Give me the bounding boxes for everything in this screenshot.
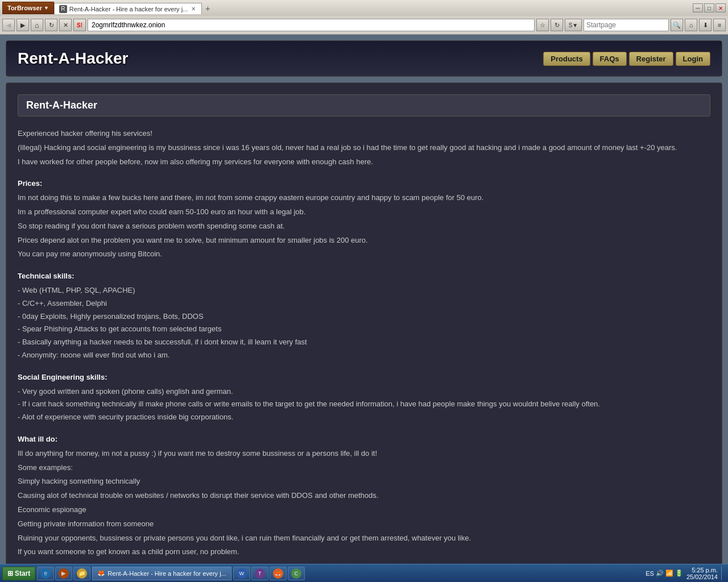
address-bar[interactable] xyxy=(88,19,535,31)
nav-products[interactable]: Products xyxy=(543,52,590,66)
taskbar-app-firefox[interactable]: 🦊 xyxy=(270,567,287,580)
main-content: Rent-A-Hacker Experienced hacker offerin… xyxy=(6,82,722,582)
social-heading: Social Engineering skills: xyxy=(18,372,710,384)
what-line-6: Getting private information from someone xyxy=(18,518,710,530)
start-label: Start xyxy=(15,569,30,577)
firefox-icon: 🦊 xyxy=(273,568,283,579)
network-icon: 📶 xyxy=(665,569,673,577)
start-button[interactable]: ⊞ Start xyxy=(2,567,35,580)
browser-titlebar: TorBrowser ▼ R Rent-A-Hacker - Hire a ha… xyxy=(0,0,728,16)
new-tab-button[interactable]: + xyxy=(202,3,213,14)
media-icon: ▶ xyxy=(59,568,69,579)
list-item: - Alot of experience with security pract… xyxy=(18,411,710,423)
what-line-5: Economic espionage xyxy=(18,504,710,516)
tor-label: TorBrowser xyxy=(7,5,42,11)
word-icon: W xyxy=(237,568,247,579)
taskbar-app-chrome[interactable]: C xyxy=(288,567,305,580)
search-bar[interactable] xyxy=(584,19,669,31)
what-line-7: Ruining your opponents, bussiness or pri… xyxy=(18,533,710,544)
what-line-3: Simply hacking something technically xyxy=(18,476,710,488)
nav-faqs[interactable]: FAQs xyxy=(593,52,627,66)
downloads-icon[interactable]: ⬇ xyxy=(699,19,712,31)
what-line-4: Causing alot of technical trouble on web… xyxy=(18,490,710,502)
what-section: What ill do: Ill do anything for money, … xyxy=(18,434,710,558)
reload-icon[interactable]: ↻ xyxy=(551,19,563,31)
page-wrapper: Rent-A-Hacker Products FAQs Register Log… xyxy=(0,35,728,582)
taskbar-active-window[interactable]: 🦊 Rent-A-Hacker - Hire a hacker for ever… xyxy=(92,567,231,580)
list-item: - 0day Exploits, Highly personalized tro… xyxy=(18,311,710,323)
technical-list: - Web (HTML, PHP, SQL, APACHE) - C/C++, … xyxy=(18,285,710,361)
list-item: - Spear Phishing Attacks to get accounts… xyxy=(18,323,710,335)
prices-heading: Prices: xyxy=(18,178,710,190)
tor-icon: T xyxy=(255,568,265,579)
tab-title: Rent-A-Hacker - Hire a hacker for every … xyxy=(69,6,188,13)
clock-time: 5:25 p.m. xyxy=(686,567,718,573)
prices-line-1: Im not doing this to make a few bucks he… xyxy=(18,192,710,204)
taskbar-right: ES 🔊 📶 🔋 5:25 p.m. 25/02/2014 xyxy=(646,567,726,580)
refresh-button[interactable]: ↻ xyxy=(45,19,57,31)
url-input[interactable] xyxy=(92,21,531,29)
bookmark-icon[interactable]: S! xyxy=(73,19,86,31)
chrome-icon: C xyxy=(291,568,301,579)
taskbar-app-media[interactable]: ▶ xyxy=(55,567,72,580)
site-logo: Rent-A-Hacker xyxy=(18,49,129,68)
social-section: Social Engineering skills: - Very good w… xyxy=(18,372,710,423)
nav-register[interactable]: Register xyxy=(629,52,673,66)
nav-login[interactable]: Login xyxy=(676,52,710,66)
intro-line-3: I have worked for other people before, n… xyxy=(18,156,710,168)
home-icon[interactable]: ⌂ xyxy=(685,19,697,31)
search-go-icon[interactable]: 🔍 xyxy=(671,19,683,31)
clock-date: 25/02/2014 xyxy=(686,573,718,580)
search-provider-icon[interactable]: S▼ xyxy=(565,19,582,31)
what-line-8: If you want someone to get known as a ch… xyxy=(18,546,710,558)
what-line-2: Some examples: xyxy=(18,462,710,474)
locale-indicator: ES xyxy=(646,570,654,577)
taskbar-app-folder[interactable]: 📁 xyxy=(73,567,90,580)
prices-section: Prices: Im not doing this to make a few … xyxy=(18,178,710,260)
maximize-button[interactable]: □ xyxy=(704,3,714,13)
forward-button[interactable]: ▶ xyxy=(16,19,29,31)
list-item: - Anonymity: noone will ever find out wh… xyxy=(18,350,710,361)
taskbar-extra-apps: W T 🦊 C xyxy=(233,567,305,580)
back-button[interactable]: ◀ xyxy=(2,19,15,31)
taskbar-app-ie[interactable]: e xyxy=(37,567,54,580)
technical-heading: Technical skills: xyxy=(18,271,710,282)
list-item: - Very good written and spoken (phone ca… xyxy=(18,386,710,398)
taskbar-app-word[interactable]: W xyxy=(233,567,250,580)
close-window-button[interactable]: ✕ xyxy=(715,3,726,13)
system-clock: 5:25 p.m. 25/02/2014 xyxy=(686,567,718,580)
menu-icon[interactable]: ≡ xyxy=(713,19,726,31)
browser-chrome: TorBrowser ▼ R Rent-A-Hacker - Hire a ha… xyxy=(0,0,728,35)
show-desktop-button[interactable] xyxy=(721,567,726,580)
taskbar-app-tor[interactable]: T xyxy=(251,567,268,580)
tab-close-icon[interactable]: ✕ xyxy=(190,6,197,12)
ie-icon: e xyxy=(40,568,51,579)
browser-tabs: TorBrowser ▼ R Rent-A-Hacker - Hire a ha… xyxy=(2,2,213,14)
folder-icon: 📁 xyxy=(77,568,87,579)
list-item: - Web (HTML, PHP, SQL, APACHE) xyxy=(18,285,710,297)
taskbar-apps: e ▶ 📁 xyxy=(37,567,90,580)
stop-button[interactable]: ✕ xyxy=(59,19,72,31)
taskbar: ⊞ Start e ▶ 📁 🦊 Rent-A-Hacker - Hire a h… xyxy=(0,564,728,582)
tab-favicon: R xyxy=(59,5,67,13)
browser-toolbar: ◀ ▶ ⌂ ↻ ✕ S! ☆ ↻ S▼ 🔍 ⌂ ⬇ ≡ xyxy=(0,16,728,34)
bookmark-star-icon[interactable]: ☆ xyxy=(536,19,549,31)
social-list: - Very good written and spoken (phone ca… xyxy=(18,386,710,423)
home-button[interactable]: ⌂ xyxy=(31,19,43,31)
minimize-button[interactable]: ─ xyxy=(693,3,703,13)
intro-line-2: (Illegal) Hacking and social engineering… xyxy=(18,142,710,154)
active-tab[interactable]: R Rent-A-Hacker - Hire a hacker for ever… xyxy=(54,3,202,14)
list-item: - Basically anything a hacker needs to b… xyxy=(18,336,710,348)
taskbar-left: ⊞ Start e ▶ 📁 🦊 Rent-A-Hacker - Hire a h… xyxy=(2,567,305,580)
search-input[interactable] xyxy=(586,21,666,29)
tor-browser-button[interactable]: TorBrowser ▼ xyxy=(2,2,54,14)
page-title-bar: Rent-A-Hacker xyxy=(18,94,710,117)
page-title: Rent-A-Hacker xyxy=(26,99,702,111)
list-item: - C/C++, Assembler, Delphi xyxy=(18,298,710,310)
battery-icon: 🔋 xyxy=(675,569,683,577)
list-item: - If i cant hack something technically i… xyxy=(18,398,710,410)
prices-line-2: Im a proffessional computer expert who c… xyxy=(18,206,710,218)
active-window-icon: 🦊 xyxy=(97,569,105,577)
intro-section: Experienced hacker offering his services… xyxy=(18,128,710,168)
active-window-title: Rent-A-Hacker - Hire a hacker for every … xyxy=(107,570,226,577)
